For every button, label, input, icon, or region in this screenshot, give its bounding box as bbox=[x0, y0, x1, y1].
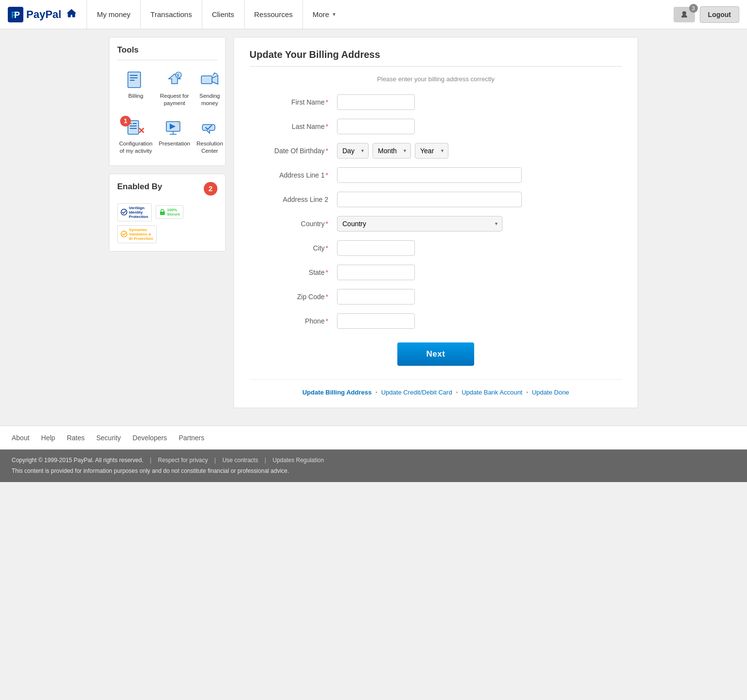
home-icon[interactable] bbox=[66, 8, 77, 20]
last-name-row: Last Name* bbox=[249, 119, 622, 134]
footer-about[interactable]: About bbox=[12, 434, 30, 442]
billing-icon bbox=[124, 70, 147, 90]
footer-developers[interactable]: Developers bbox=[133, 434, 167, 442]
tool-presentation[interactable]: Presentation bbox=[157, 115, 192, 158]
symantec-check-icon bbox=[121, 231, 127, 237]
country-select-wrapper: Country bbox=[337, 216, 502, 232]
city-label: City* bbox=[249, 244, 337, 252]
state-input[interactable] bbox=[337, 265, 415, 280]
zip-input[interactable] bbox=[337, 289, 415, 305]
secure-lock-icon bbox=[159, 209, 166, 215]
tool-sending-money[interactable]: Sending money bbox=[195, 67, 225, 110]
paypal-icon: P P bbox=[8, 7, 23, 22]
next-button[interactable]: Next bbox=[397, 342, 475, 366]
form-title: Update Your Billing Address bbox=[249, 49, 622, 67]
footer-separator-3: | bbox=[265, 457, 266, 464]
brand-name: PayPal bbox=[26, 8, 61, 21]
city-input[interactable] bbox=[337, 240, 415, 256]
config-activity-badge: 1 bbox=[120, 116, 131, 126]
footer-disclaimer: This content is provided for information… bbox=[12, 466, 735, 477]
state-row: State* bbox=[249, 265, 622, 280]
nav-more[interactable]: More ▼ bbox=[302, 0, 346, 29]
form-subtitle: Please enter your billing address correc… bbox=[249, 75, 622, 83]
dob-day-select[interactable]: Day bbox=[337, 143, 369, 159]
user-button[interactable]: 3 bbox=[674, 7, 695, 22]
header-right: 3 Logout bbox=[674, 6, 739, 23]
dob-label: Date Of Birthday* bbox=[249, 147, 337, 155]
update-bank-link[interactable]: Update Bank Account bbox=[462, 389, 522, 396]
zip-label: Zip Code* bbox=[249, 293, 337, 301]
logout-button[interactable]: Logout bbox=[700, 6, 739, 23]
footer-partners[interactable]: Partners bbox=[178, 434, 204, 442]
request-payment-icon: $ bbox=[163, 70, 186, 90]
copyright-text: Copyright © 1999-2015 PayPal. All rights… bbox=[12, 457, 143, 464]
verisign-logo: VeriSignIdentityProtection bbox=[117, 203, 152, 221]
phone-row: Phone* bbox=[249, 313, 622, 329]
footer-security[interactable]: Security bbox=[96, 434, 121, 442]
svg-rect-8 bbox=[130, 80, 135, 81]
tool-resolution[interactable]: Resolution Center bbox=[195, 115, 225, 158]
last-name-label: Last Name* bbox=[249, 123, 337, 130]
dob-year-wrapper: Year bbox=[415, 143, 448, 159]
nav-ressources[interactable]: Ressources bbox=[244, 0, 302, 29]
privacy-link[interactable]: Respect for privacy bbox=[158, 457, 208, 464]
tool-request-payment[interactable]: $ Request for payment bbox=[157, 67, 192, 110]
phone-input[interactable] bbox=[337, 313, 415, 329]
country-select[interactable]: Country bbox=[337, 216, 502, 232]
footer-separator-2: | bbox=[214, 457, 216, 464]
address2-input[interactable] bbox=[337, 192, 522, 207]
enabled-by-panel: Enabled By 2 VeriSignIdentityProtection bbox=[109, 174, 226, 251]
update-card-link[interactable]: Update Credit/Debit Card bbox=[381, 389, 452, 396]
enabled-by-badge: 2 bbox=[204, 182, 217, 196]
dob-month-wrapper: Month bbox=[373, 143, 411, 159]
verisign-check-icon bbox=[121, 209, 127, 215]
contracts-link[interactable]: Use contracts bbox=[222, 457, 258, 464]
tool-config-activity[interactable]: 1 Configuration of my activity bbox=[117, 115, 154, 158]
dob-selects: Day Month Year bbox=[337, 143, 448, 159]
svg-rect-6 bbox=[130, 75, 138, 76]
footer-nav: About Help Rates Security Developers Par… bbox=[0, 426, 747, 449]
city-row: City* bbox=[249, 240, 622, 256]
footer-dot-2: • bbox=[456, 390, 458, 395]
footer-dot-1: • bbox=[375, 390, 377, 395]
paypal-logo[interactable]: P P PayPal bbox=[8, 7, 61, 22]
nav-transactions[interactable]: Transactions bbox=[140, 0, 201, 29]
update-done-link[interactable]: Update Done bbox=[532, 389, 569, 396]
config-activity-label: Configuration of my activity bbox=[119, 140, 152, 155]
nav-clients[interactable]: Clients bbox=[202, 0, 244, 29]
first-name-input[interactable] bbox=[337, 94, 415, 110]
svg-text:$: $ bbox=[177, 73, 179, 77]
first-name-row: First Name* bbox=[249, 94, 622, 110]
address2-label: Address Line 2 bbox=[249, 196, 337, 203]
logo-area: P P PayPal bbox=[8, 7, 77, 22]
nav-my-money[interactable]: My money bbox=[87, 0, 140, 29]
footer-rates[interactable]: Rates bbox=[67, 434, 85, 442]
main-content: Tools Billing bbox=[101, 29, 646, 416]
zip-row: Zip Code* bbox=[249, 289, 622, 305]
country-row: Country* Country bbox=[249, 216, 622, 232]
address1-input[interactable] bbox=[337, 167, 522, 183]
footer-bottom: Copyright © 1999-2015 PayPal. All rights… bbox=[0, 449, 747, 482]
sending-money-icon bbox=[198, 70, 221, 90]
tools-title: Tools bbox=[117, 45, 217, 60]
tools-panel: Tools Billing bbox=[109, 37, 226, 166]
address2-row: Address Line 2 bbox=[249, 192, 622, 207]
address1-row: Address Line 1* bbox=[249, 167, 622, 183]
dob-year-select[interactable]: Year bbox=[415, 143, 448, 159]
user-notification-badge: 3 bbox=[689, 4, 698, 13]
regulation-link[interactable]: Updates Regulation bbox=[272, 457, 323, 464]
billing-form-panel: Update Your Billing Address Please enter… bbox=[233, 37, 638, 408]
tool-billing[interactable]: Billing bbox=[117, 67, 154, 110]
svg-rect-11 bbox=[201, 76, 212, 84]
request-payment-label: Request for payment bbox=[159, 92, 190, 107]
billing-label: Billing bbox=[128, 92, 143, 100]
more-arrow-icon: ▼ bbox=[332, 12, 337, 17]
secure-green-logo: 100%Secure bbox=[156, 205, 184, 219]
svg-point-4 bbox=[682, 11, 686, 15]
symantec-logo: SymantecValidation &ID Protection bbox=[117, 225, 157, 243]
dob-month-select[interactable]: Month bbox=[373, 143, 411, 159]
update-billing-link[interactable]: Update Billing Address bbox=[302, 389, 372, 396]
last-name-input[interactable] bbox=[337, 119, 415, 134]
footer-separator-1: | bbox=[150, 457, 151, 464]
footer-help[interactable]: Help bbox=[41, 434, 55, 442]
